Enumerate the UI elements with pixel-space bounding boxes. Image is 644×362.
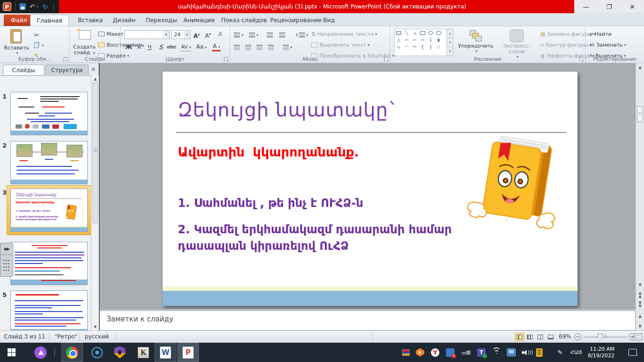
thumbnail-slide-1[interactable] — [10, 92, 88, 135]
thumbnail-slide-3[interactable]: Զեկույցի նպատակը` Ավարտին կկարողանանք. 1… — [10, 189, 88, 232]
tray-volume[interactable]: ))) — [520, 343, 533, 362]
taskbar-recorder[interactable] — [87, 343, 107, 362]
restore-button[interactable]: ❐ — [602, 3, 616, 10]
tray-clock[interactable]: 11:20 AM8/19/2022 — [586, 343, 617, 362]
tray-armenia-flag[interactable] — [400, 343, 412, 362]
slide-item-1[interactable]: 1. Սահմանել , թե ինչ է ՈՒՀՁ-ն — [178, 195, 363, 212]
tab-view[interactable]: Вид — [317, 15, 341, 26]
panel-scrollbar[interactable]: ▲ ▼ — [91, 75, 99, 330]
start-button[interactable] — [0, 343, 23, 362]
tray-teams[interactable]: T — [475, 343, 487, 362]
line-spacing-button[interactable]: ↕▾ — [295, 30, 308, 40]
minimize-button[interactable]: — — [579, 3, 593, 10]
tab-file[interactable]: Файл — [4, 15, 34, 26]
taskbar-k-app[interactable]: K — [133, 343, 154, 362]
tray-pen[interactable]: ✎ — [554, 343, 566, 362]
notes-scroll-down-icon[interactable]: ▼ — [636, 324, 644, 329]
paste-button[interactable]: Вставить ▾ — [3, 28, 30, 55]
font-size-combo[interactable]: 24▾ — [172, 30, 190, 39]
tab-animations[interactable]: Анимация — [177, 15, 221, 26]
align-text-button[interactable]: Выровнять текст▾ — [311, 40, 370, 49]
paragraph-dialog-launcher[interactable] — [384, 57, 389, 62]
slide-item-2[interactable]: 2. Կազմել երկհամակազմ դասարանի համար դաս… — [178, 222, 479, 255]
panel-scroll-up-icon[interactable]: ▲ — [91, 77, 99, 81]
normal-view-button[interactable] — [515, 333, 524, 341]
bullets-button[interactable]: ▾ — [234, 30, 243, 40]
decrease-indent-button[interactable] — [267, 30, 273, 40]
theme-name[interactable]: "Ретро" — [55, 331, 77, 343]
tray-battery[interactable] — [534, 343, 545, 362]
shape-outline-button[interactable]: ▱ Контур фигуры▾ — [540, 40, 592, 49]
scroll-up-icon[interactable]: ▲ — [636, 65, 644, 69]
slide-subtitle[interactable]: Ավարտին կկարողանանք. — [178, 145, 359, 159]
drawing-dialog-launcher[interactable] — [579, 57, 584, 62]
panel-scroll-thumb[interactable] — [92, 82, 98, 223]
align-left-button[interactable] — [234, 42, 240, 52]
tab-home[interactable]: Главная — [30, 15, 69, 26]
next-slide-icon[interactable]: ▼▼ — [636, 301, 644, 308]
slide-editor[interactable]: Զեկույցի նպատակը` Ավարտին կկարողանանք. 1… — [163, 72, 578, 306]
shapes-gallery-scroll[interactable]: ▴▾▾ — [446, 29, 453, 56]
replace-button[interactable]: ab Заменить▾ — [589, 40, 626, 49]
previous-slide-icon[interactable]: ▲▲ — [636, 291, 644, 298]
tray-avast[interactable] — [414, 343, 426, 362]
taskbar-security-app[interactable] — [109, 343, 130, 362]
strikethrough-button[interactable]: abc — [167, 42, 176, 51]
font-dialog-launcher[interactable] — [224, 57, 229, 62]
text-direction-button[interactable]: ⇅ Направление текста▾ — [311, 29, 377, 39]
arrange-button[interactable]: Упорядочить▾ — [456, 28, 495, 53]
scroll-thumb[interactable] — [637, 106, 643, 122]
italic-button[interactable]: К — [135, 42, 143, 51]
font-color-button[interactable]: А▾ — [212, 42, 221, 51]
panel-tab-slides[interactable]: Слайды — [3, 65, 44, 75]
zoom-percentage[interactable]: 69% — [559, 331, 571, 343]
action-center-button[interactable] — [625, 343, 640, 362]
panel-close-icon[interactable]: ✕ — [91, 66, 96, 73]
text-shadow-button[interactable]: S — [157, 42, 165, 51]
bold-button[interactable]: Ж — [124, 42, 133, 51]
taskbar-chrome[interactable] — [61, 343, 83, 362]
zoom-out-button[interactable]: − — [574, 333, 581, 340]
slide-sorter-button[interactable] — [525, 333, 535, 341]
copy-button[interactable]: ▾ — [34, 41, 44, 50]
cut-button[interactable]: ✂ — [34, 30, 39, 40]
character-spacing-button[interactable]: AV▾ — [181, 42, 191, 51]
splitter-grip[interactable] — [0, 255, 13, 277]
slideshow-button[interactable] — [546, 333, 555, 341]
taskbar-assistant-app[interactable] — [30, 343, 51, 362]
thumbnail-slide-5[interactable] — [10, 290, 88, 330]
slide-title[interactable]: Զեկույցի նպատակը` — [178, 99, 555, 121]
tray-language[interactable]: ՀԱՅ — [568, 343, 585, 362]
tray-yandex[interactable]: Y — [429, 343, 441, 362]
align-center-button[interactable] — [245, 42, 251, 52]
tab-transitions[interactable]: Переходы — [140, 15, 183, 26]
tray-sync-error[interactable] — [444, 343, 456, 362]
taskbar-word[interactable]: W — [155, 343, 176, 362]
language-indicator[interactable]: русский — [85, 331, 109, 343]
tray-usb[interactable]: ⚎⊠ — [459, 343, 472, 362]
scroll-down-icon[interactable]: ▼ — [636, 283, 644, 287]
font-name-combo[interactable]: ▾ — [124, 30, 170, 39]
reading-view-button[interactable] — [536, 333, 545, 341]
numbering-button[interactable]: ▾ — [249, 30, 258, 40]
pane-splitter-widget[interactable]: ▶▶ — [0, 243, 14, 277]
thumbnail-slide-2[interactable] — [10, 141, 88, 184]
new-slide-button[interactable]: ✳ Создатьслайд ▾ — [71, 28, 98, 56]
notes-scroll-up-icon[interactable]: ▲ — [636, 314, 644, 318]
notes-pane[interactable]: Заметки к слайду — [99, 311, 636, 330]
tray-pc-app[interactable] — [504, 343, 518, 362]
tab-insert[interactable]: Вставка — [72, 15, 109, 26]
main-scrollbar[interactable]: ▲ ▼ ▲▲ ▼▼ ▲ ▼ — [636, 63, 644, 330]
tab-design[interactable]: Дизайн — [107, 15, 142, 26]
expand-chevrons-icon[interactable]: ▶▶ — [0, 243, 13, 255]
align-right-button[interactable] — [256, 42, 263, 52]
panel-scroll-down-icon[interactable]: ▼ — [91, 325, 99, 329]
fit-to-window-button[interactable] — [635, 333, 642, 340]
grow-font-button[interactable]: A▴ — [192, 30, 201, 39]
close-button[interactable]: ✕ — [625, 3, 639, 10]
change-case-button[interactable]: Aa▾ — [196, 42, 207, 51]
taskbar-powerpoint[interactable]: P — [177, 343, 199, 362]
shapes-gallery[interactable]: ╲↘ △⌐⌐ ⇨⇩◗ ∿◠〜 {} ☆ ▴▾▾ — [394, 29, 454, 56]
zoom-slider-thumb[interactable] — [598, 334, 603, 340]
justify-button[interactable] — [268, 42, 274, 52]
